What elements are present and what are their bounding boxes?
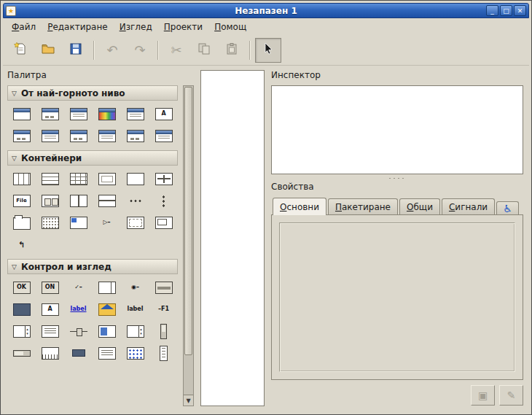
palette-item-about-dialog[interactable] <box>121 125 149 147</box>
tab-general[interactable]: Основни <box>273 198 326 215</box>
palette-item-icon-view[interactable] <box>121 342 149 364</box>
palette-item-menu-bar[interactable]: File <box>7 190 36 212</box>
palette-sections: ▽ От най-горното ниво A ▽ Контейнери Fil… <box>7 85 178 406</box>
paste-button[interactable] <box>219 38 245 63</box>
hscale-icon <box>70 325 87 338</box>
pane-resize-handle[interactable] <box>271 174 523 182</box>
palette-item-image[interactable] <box>93 298 121 320</box>
palette-item-font-selection-dialog[interactable]: A <box>149 103 178 125</box>
palette-item-text-view[interactable]: A <box>36 298 64 320</box>
tab-signals[interactable]: Сигнали <box>442 198 495 215</box>
palette-item-layout[interactable] <box>36 212 64 233</box>
palette-item-property-dialog[interactable] <box>64 125 93 147</box>
palette-item-vbox[interactable] <box>36 168 64 190</box>
palette-item-toolbar[interactable] <box>36 190 64 212</box>
scrollbar-track[interactable] <box>184 356 193 395</box>
palette-section-toplevel: ▽ От най-горното ниво A <box>7 85 178 150</box>
palette-item-hpaned[interactable] <box>64 190 93 212</box>
menu-view[interactable]: Изглед <box>114 20 158 34</box>
vbox-icon <box>42 173 59 185</box>
palette-item-alignment[interactable] <box>121 168 149 190</box>
cut-button[interactable]: ✂ <box>163 38 189 63</box>
edit-button[interactable]: ✎ <box>499 385 523 406</box>
tab-packing[interactable]: Пакетиране <box>328 198 398 215</box>
palette-item-arrow[interactable]: ▷– <box>93 212 121 233</box>
palette-item-vscrollbar[interactable] <box>149 320 178 342</box>
palette-item-check-button[interactable]: ✓– <box>64 276 93 298</box>
palette-item-toggle-button[interactable]: ON <box>36 276 64 298</box>
section-header-toplevel[interactable]: ▽ От най-горното ниво <box>7 85 178 101</box>
palette-item-combo-box[interactable] <box>93 276 121 298</box>
palette-item-table[interactable] <box>64 168 93 190</box>
undo-button[interactable]: ↶ <box>99 38 125 63</box>
palette-item-input-dialog[interactable] <box>7 125 36 147</box>
palette-item-handle-box[interactable] <box>64 212 93 233</box>
copy-button[interactable] <box>191 38 217 63</box>
label-icon: label <box>127 303 144 316</box>
palette-item-viewport[interactable] <box>121 212 149 233</box>
tab-accessibility[interactable]: ♿ <box>496 201 519 215</box>
save-file-button[interactable] <box>63 38 89 63</box>
palette-item-radio-button[interactable]: ◉– <box>121 276 149 298</box>
palette-item-accel-label[interactable]: –F1 <box>149 298 178 320</box>
palette-item-assistant-dialog[interactable] <box>149 125 178 147</box>
menu-help[interactable]: Помощ <box>208 20 252 34</box>
minimize-button[interactable]: _ <box>486 5 498 16</box>
redo-button[interactable]: ↷ <box>127 38 153 63</box>
palette-item-frame[interactable] <box>93 168 121 190</box>
palette-item-text-box[interactable] <box>36 320 64 342</box>
palette-item-list[interactable] <box>149 342 178 364</box>
menu-file[interactable]: Файл <box>6 20 42 34</box>
palette-item-hscale[interactable] <box>64 320 93 342</box>
menu-edit[interactable]: Редактиране <box>42 20 114 34</box>
titlebar[interactable]: ★ Незапазен 1 _ □ ✕ <box>3 3 529 18</box>
palette-item-scrolled-window[interactable] <box>149 168 178 190</box>
progress-bar-icon <box>98 325 116 338</box>
palette-item-vbutton-box[interactable] <box>149 190 178 212</box>
palette-item-dialog[interactable] <box>36 103 64 125</box>
palette-item-aspect-frame[interactable] <box>149 212 178 233</box>
design-canvas[interactable] <box>200 70 265 406</box>
palette-item-message-box[interactable] <box>93 125 121 147</box>
section-header-containers[interactable]: ▽ Контейнери <box>7 150 178 166</box>
details-button[interactable]: ▣ <box>471 385 495 406</box>
palette-item-vpaned[interactable] <box>93 190 121 212</box>
palette-item-combo-box-entry[interactable] <box>7 320 36 342</box>
palette-item-progress-bar[interactable] <box>93 320 121 342</box>
inspector-tree[interactable] <box>271 85 523 174</box>
palette-item-button[interactable]: OK <box>7 276 36 298</box>
palette-item-combo-box-dialog[interactable] <box>36 125 64 147</box>
scrollbar-thumb[interactable] <box>184 87 192 355</box>
palette-item-curve[interactable] <box>64 342 93 364</box>
message-dialog-icon <box>70 108 87 120</box>
palette-scrollbar[interactable]: ▼ <box>183 85 194 406</box>
assistant-dialog-icon <box>155 130 173 142</box>
palette-item-hruler[interactable] <box>36 342 64 364</box>
section-header-controls[interactable]: ▽ Контрол и изглед <box>7 259 178 274</box>
palette-item-link-button[interactable]: label <box>64 298 93 320</box>
palette-item-text-entry[interactable] <box>7 298 36 320</box>
palette-item-window[interactable] <box>7 103 36 125</box>
open-file-button[interactable] <box>35 38 61 63</box>
palette-item-color-selection-dialog[interactable] <box>93 103 121 125</box>
maximize-button[interactable]: □ <box>500 5 512 16</box>
palette-item-notebook[interactable] <box>7 212 36 233</box>
cut-scissors-icon: ✂ <box>171 44 181 57</box>
palette-item-spin-button[interactable] <box>121 320 149 342</box>
new-file-button[interactable] <box>7 38 34 63</box>
palette-item-label[interactable]: label <box>121 298 149 320</box>
palette-item-hscrollbar[interactable] <box>7 342 36 364</box>
icon-view-icon <box>127 347 144 360</box>
tab-common[interactable]: Общи <box>399 198 440 215</box>
menu-projects[interactable]: Проекти <box>158 20 208 34</box>
palette-item-message-dialog[interactable] <box>64 103 93 125</box>
palette-item-hbox[interactable] <box>7 168 36 190</box>
palette-item-file-selection-dialog[interactable] <box>121 103 149 125</box>
palette-item-custom-widget[interactable]: ↰ <box>7 233 36 255</box>
selector-button[interactable] <box>255 38 281 63</box>
palette-item-option-menu[interactable] <box>149 276 178 298</box>
palette-item-tree-view[interactable] <box>93 342 121 364</box>
scrollbar-down-button[interactable]: ▼ <box>184 395 193 406</box>
close-button[interactable]: ✕ <box>514 5 526 16</box>
palette-item-hbutton-box[interactable] <box>121 190 149 212</box>
